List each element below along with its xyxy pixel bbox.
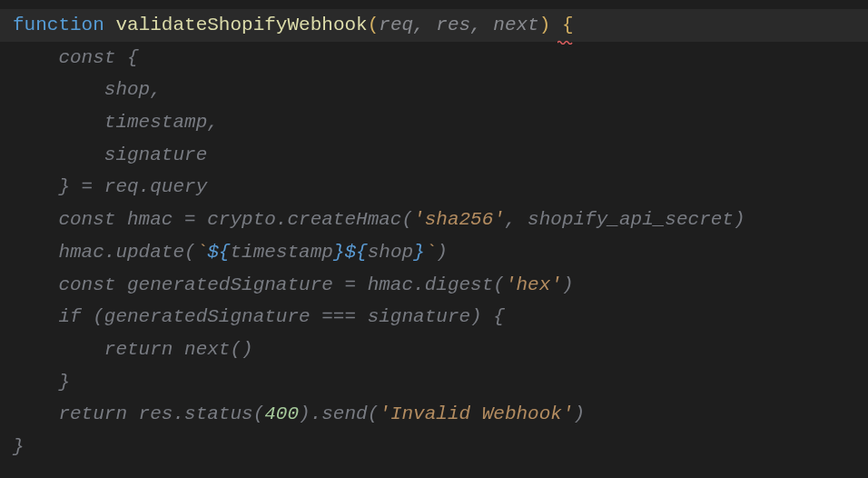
code-text: )	[574, 403, 586, 424]
code-text: const generatedSignature = hmac.digest(	[13, 274, 505, 295]
code-text: }	[13, 372, 70, 393]
code-line-12[interactable]: }	[13, 366, 855, 399]
code-line-7[interactable]: const hmac = crypto.createHmac('sha256',…	[13, 204, 855, 236]
keyword-function: function	[13, 15, 104, 35]
code-text: signature	[13, 144, 207, 165]
code-text: ).send(	[299, 403, 379, 424]
template-expr-open: ${	[345, 242, 368, 263]
code-line-6[interactable]: } = req.query	[13, 171, 855, 204]
code-text: return next()	[13, 339, 253, 360]
code-text: )	[562, 274, 574, 295]
code-text: const hmac = crypto.createHmac(	[13, 209, 413, 230]
code-line-5[interactable]: signature	[13, 139, 855, 172]
code-line-11[interactable]: return next()	[13, 334, 855, 366]
function-name: validateShopifyWebhook	[115, 15, 367, 35]
code-text: , shopify_api_secret)	[505, 209, 745, 230]
code-text: hmac.update(	[13, 242, 196, 263]
template-expr-close: }	[333, 242, 345, 263]
code-text: } = req.query	[13, 176, 207, 197]
code-line-2[interactable]: const {	[13, 42, 855, 75]
string-literal: 'sha256'	[413, 209, 505, 230]
close-paren: )	[539, 15, 551, 35]
template-expr-close: }	[413, 242, 425, 263]
string-literal: 'hex'	[505, 274, 562, 295]
code-line-8[interactable]: hmac.update(`${timestamp}${shop}`)	[13, 236, 855, 269]
close-brace: }	[13, 436, 25, 457]
code-line-10[interactable]: if (generatedSignature === signature) {	[13, 301, 855, 334]
string-literal: 'Invalid Webhook'	[379, 403, 573, 424]
code-text: if (generatedSignature === signature) {	[13, 306, 505, 327]
template-backtick: `	[196, 242, 208, 263]
code-text: timestamp,	[13, 112, 219, 133]
code-line-9[interactable]: const generatedSignature = hmac.digest('…	[13, 269, 855, 302]
code-text: const {	[13, 47, 139, 68]
open-brace: {	[562, 15, 574, 35]
template-var: timestamp	[230, 242, 332, 263]
code-line-4[interactable]: timestamp,	[13, 106, 855, 139]
template-expr-open: ${	[207, 242, 230, 263]
number-literal: 400	[264, 403, 299, 424]
template-backtick: `	[425, 242, 437, 263]
template-var: shop	[368, 242, 413, 263]
code-text: return res.status(	[13, 403, 264, 424]
code-text: shop,	[13, 79, 162, 100]
code-text: )	[436, 242, 448, 263]
params: req, res, next	[379, 15, 538, 35]
code-line-1[interactable]: function validateShopifyWebhook(req, res…	[0, 9, 868, 42]
code-line-14[interactable]: }	[13, 431, 855, 463]
error-squiggle	[557, 40, 574, 45]
code-line-3[interactable]: shop,	[13, 74, 855, 106]
open-paren: (	[368, 15, 380, 35]
code-line-13[interactable]: return res.status(400).send('Invalid Web…	[13, 398, 855, 431]
